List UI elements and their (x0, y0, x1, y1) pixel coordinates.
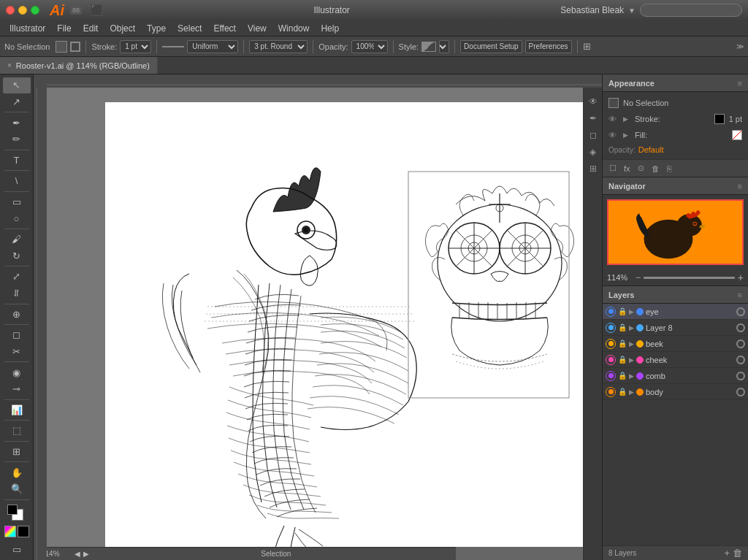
rectangle-tool[interactable]: ▭ (3, 194, 31, 210)
layer-row-cheek[interactable]: 🔒 ▶ cheek (603, 352, 748, 368)
document-tab[interactable]: × Rooster-v1.ai @ 114% (RGB/Outline) (0, 57, 158, 74)
menu-file[interactable]: File (52, 22, 76, 35)
stroke-type-select[interactable]: Uniform (187, 40, 238, 53)
layer-select-4[interactable] (736, 372, 745, 380)
menu-object[interactable]: Object (104, 22, 140, 35)
layer-arrow-1[interactable]: ▶ (629, 324, 634, 331)
pen-tool[interactable]: ✒ (3, 115, 31, 131)
appearance-close-btn[interactable]: ≡ (738, 79, 742, 88)
menu-select[interactable]: Select (172, 22, 207, 35)
new-layer-btn[interactable]: + (724, 548, 730, 559)
layer-select-1[interactable] (736, 323, 745, 332)
eyedropper-tool[interactable]: ◉ (3, 364, 31, 380)
width-tool[interactable]: ⊕ (3, 306, 31, 322)
line-tool[interactable]: \ (3, 173, 31, 189)
app-new-item-icon[interactable]: ☐ (607, 162, 619, 174)
style-dropdown[interactable] (439, 40, 449, 53)
artboard-tool[interactable]: ⬚ (3, 423, 31, 439)
layers-close-btn[interactable]: ≡ (738, 291, 742, 299)
zoom-out-btn[interactable]: − (636, 272, 641, 283)
preferences-btn[interactable]: Preferences (525, 40, 572, 53)
layer-row-comb[interactable]: 🔒 ▶ comb (603, 368, 748, 384)
fill-arrow-icon[interactable]: ▶ (623, 131, 630, 139)
stroke-weight-select[interactable]: 1 pt (120, 40, 151, 53)
layer-arrow-3[interactable]: ▶ (629, 356, 634, 364)
delete-layer-btn[interactable]: 🗑 (733, 548, 742, 559)
color-swatch-stack[interactable] (7, 505, 26, 523)
workspace-arrow[interactable]: ≫ (736, 42, 744, 50)
stroke-swatch[interactable] (70, 42, 80, 52)
navigator-close-btn[interactable]: ≡ (738, 182, 742, 191)
layer-row-layer8[interactable]: 🔒 ▶ Layer 8 (603, 320, 748, 336)
menu-effect[interactable]: Effect (208, 22, 240, 35)
layer-select-5[interactable] (736, 388, 745, 396)
graph-tool[interactable]: 📊 (3, 402, 31, 418)
rotate-tool[interactable]: ↻ (3, 248, 31, 264)
layer-row-body[interactable]: 🔒 ▶ body (603, 384, 748, 400)
layer-arrow-5[interactable]: ▶ (629, 388, 634, 396)
search-input[interactable] (640, 4, 742, 17)
layer-lock-1[interactable]: 🔒 (618, 323, 627, 331)
layer-eye-icon-2[interactable] (606, 339, 616, 349)
measure-tool[interactable]: ⊸ (3, 381, 31, 397)
layer-arrow-2[interactable]: ▶ (629, 340, 634, 348)
layer-lock-2[interactable]: 🔒 (618, 340, 627, 348)
stroke-app-swatch[interactable] (714, 114, 725, 124)
fill-swatch[interactable] (56, 41, 67, 53)
app-clock-icon[interactable]: ⊙ (636, 162, 646, 174)
user-dropdown-icon[interactable]: ▼ (628, 7, 636, 15)
arrange-icon[interactable]: ⊞ (583, 41, 591, 52)
scale-tool[interactable]: ⤢ (3, 269, 31, 285)
menu-view[interactable]: View (243, 22, 272, 35)
layer-eye-icon-0[interactable] (606, 307, 616, 317)
layer-eye-icon-5[interactable] (606, 387, 616, 397)
layer-eye-icon-4[interactable] (606, 371, 616, 381)
next-icon[interactable]: ▶ (83, 550, 89, 558)
prev-icon[interactable]: ◀ (75, 550, 80, 558)
slice-tool[interactable]: ⊞ (3, 444, 31, 460)
layer-select-0[interactable] (736, 307, 745, 316)
hand-tool[interactable]: ✋ (3, 464, 31, 480)
direct-selection-tool[interactable]: ↗ (3, 94, 31, 110)
app-fx-icon[interactable]: fx (622, 163, 633, 174)
fill-none-swatch[interactable] (732, 130, 742, 140)
style-swatch[interactable] (421, 42, 436, 52)
shear-tool[interactable]: ⥯ (3, 285, 31, 302)
tab-close-icon[interactable]: × (7, 61, 12, 69)
fill-eye-icon[interactable]: 👁 (608, 131, 619, 139)
layer-row-beek[interactable]: 🔒 ▶ beek (603, 336, 748, 352)
zoom-in-btn[interactable]: + (738, 272, 744, 283)
layer-lock-4[interactable]: 🔒 (618, 372, 627, 380)
close-window-btn[interactable] (6, 6, 15, 15)
layer-lock-0[interactable]: 🔒 (618, 307, 627, 315)
eraser-tool[interactable]: ◻ (3, 327, 31, 343)
layer-arrow-4[interactable]: ▶ (629, 372, 634, 380)
menu-type[interactable]: Type (142, 22, 171, 35)
menu-edit[interactable]: Edit (78, 22, 104, 35)
zoom-tool[interactable]: 🔍 (3, 481, 31, 497)
stroke-eye-icon[interactable]: 👁 (608, 115, 619, 123)
app-trash-icon[interactable]: 🗑 (649, 163, 662, 174)
layer-select-3[interactable] (736, 356, 745, 364)
stroke-appearance-row[interactable]: 👁 ▶ Stroke: 1 pt (603, 111, 748, 127)
layer-eye-icon-3[interactable] (606, 355, 616, 365)
document-setup-btn[interactable]: Document Setup (460, 40, 522, 53)
menu-window[interactable]: Window (273, 22, 315, 35)
opacity-select[interactable]: 100% (351, 40, 388, 53)
layer-arrow-0[interactable]: ▶ (629, 308, 634, 315)
maximize-window-btn[interactable] (31, 6, 39, 15)
screen-mode-btn[interactable]: ▭ (3, 541, 31, 557)
none-btn[interactable] (18, 526, 29, 537)
menu-illustrator[interactable]: Illustrator (4, 22, 50, 35)
pencil-tool[interactable]: ✏ (3, 131, 31, 147)
layer-select-2[interactable] (736, 340, 745, 348)
fill-appearance-row[interactable]: 👁 ▶ Fill: (603, 127, 748, 143)
layer-row-eye[interactable]: 🔒 ▶ eye (603, 304, 748, 320)
opacity-value[interactable]: Default (638, 145, 664, 154)
layer-lock-5[interactable]: 🔒 (618, 388, 627, 396)
selection-tool[interactable]: ↖ (3, 77, 31, 93)
layer-eye-icon-1[interactable] (606, 323, 616, 333)
zoom-slider[interactable] (644, 277, 735, 279)
paintbrush-tool[interactable]: 🖌 (3, 231, 31, 248)
color-btn[interactable] (4, 526, 16, 537)
